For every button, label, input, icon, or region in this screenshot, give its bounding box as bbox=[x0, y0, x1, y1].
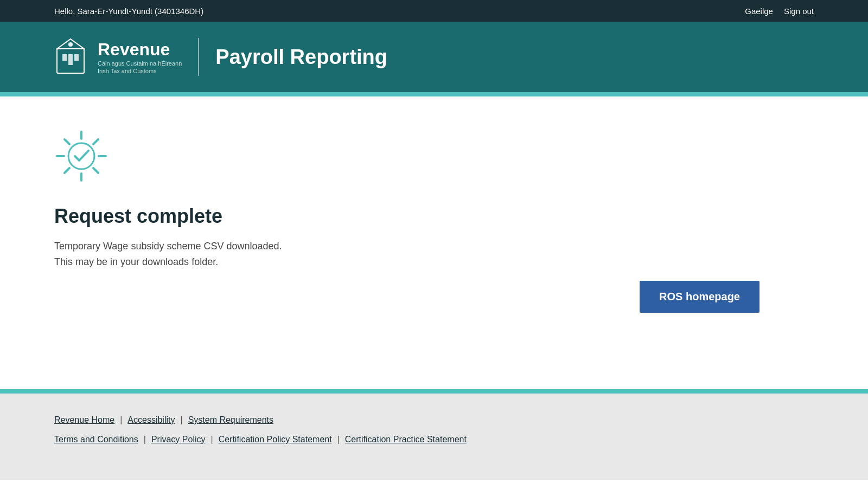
footer-privacy-policy[interactable]: Privacy Policy bbox=[151, 435, 206, 444]
logo-text: Revenue Cáin agus Custaim na hÉireann Ir… bbox=[98, 40, 182, 74]
logo-subtitle2: Irish Tax and Customs bbox=[98, 68, 182, 74]
ros-homepage-button[interactable]: ROS homepage bbox=[640, 281, 760, 313]
footer-accent-bar bbox=[0, 389, 868, 394]
svg-line-11 bbox=[93, 168, 98, 173]
footer-sep-5: | bbox=[337, 435, 340, 444]
footer-sep-4: | bbox=[210, 435, 213, 444]
header-accent-bar bbox=[0, 92, 868, 96]
footer-terms-conditions[interactable]: Terms and Conditions bbox=[54, 435, 138, 444]
footer-row-2: Terms and Conditions | Privacy Policy | … bbox=[54, 435, 814, 444]
header-divider bbox=[198, 38, 199, 76]
request-description: Temporary Wage subsidy scheme CSV downlo… bbox=[54, 238, 282, 270]
svg-rect-2 bbox=[74, 54, 79, 61]
footer-sep-1: | bbox=[120, 415, 122, 425]
page-title: Payroll Reporting bbox=[215, 46, 387, 69]
footer-sep-3: | bbox=[144, 435, 146, 444]
success-section: Request complete Temporary Wage subsidy … bbox=[54, 129, 814, 270]
footer-accessibility[interactable]: Accessibility bbox=[127, 415, 175, 425]
logo-title: Revenue bbox=[98, 40, 170, 60]
footer-cert-practice[interactable]: Certification Practice Statement bbox=[345, 435, 467, 444]
request-complete-title: Request complete bbox=[54, 205, 222, 228]
logo-box bbox=[54, 38, 87, 76]
footer-cert-policy[interactable]: Certification Policy Statement bbox=[219, 435, 332, 444]
svg-point-5 bbox=[68, 42, 73, 47]
top-bar: Hello, Sara-Er-Yundt-Yundt (3401346DH) G… bbox=[0, 0, 868, 22]
top-bar-links: Gaeilge Sign out bbox=[745, 7, 814, 16]
footer: Revenue Home | Accessibility | System Re… bbox=[0, 394, 868, 480]
sign-out-link[interactable]: Sign out bbox=[784, 7, 814, 16]
revenue-logo-icon bbox=[54, 38, 87, 76]
footer-row-1: Revenue Home | Accessibility | System Re… bbox=[54, 415, 814, 425]
main-content: Request complete Temporary Wage subsidy … bbox=[0, 96, 868, 357]
footer-sep-2: | bbox=[180, 415, 182, 425]
svg-rect-3 bbox=[68, 54, 73, 65]
ros-button-wrapper: ROS homepage bbox=[54, 281, 814, 313]
footer-system-requirements[interactable]: System Requirements bbox=[188, 415, 273, 425]
user-greeting: Hello, Sara-Er-Yundt-Yundt (3401346DH) bbox=[54, 7, 203, 16]
logo-subtitle1: Cáin agus Custaim na hÉireann bbox=[98, 60, 182, 68]
logo-section: Revenue Cáin agus Custaim na hÉireann Ir… bbox=[54, 38, 182, 76]
description-line1: Temporary Wage subsidy scheme CSV downlo… bbox=[54, 238, 282, 254]
footer-revenue-home[interactable]: Revenue Home bbox=[54, 415, 114, 425]
description-line2: This may be in your downloads folder. bbox=[54, 254, 282, 270]
svg-point-14 bbox=[68, 143, 94, 169]
svg-rect-1 bbox=[62, 54, 67, 61]
gaeilge-link[interactable]: Gaeilge bbox=[745, 7, 773, 16]
svg-line-12 bbox=[93, 139, 98, 144]
svg-line-10 bbox=[65, 139, 69, 144]
sun-rays-icon bbox=[54, 129, 108, 183]
header: Revenue Cáin agus Custaim na hÉireann Ir… bbox=[0, 22, 868, 92]
success-icon-wrapper bbox=[54, 129, 108, 183]
svg-line-13 bbox=[65, 168, 69, 173]
